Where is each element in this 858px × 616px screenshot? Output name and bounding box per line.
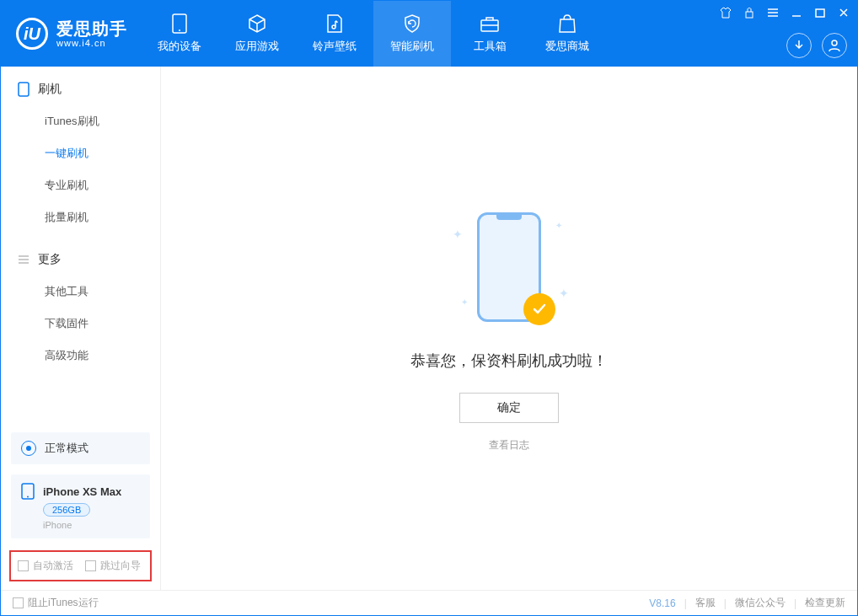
nav-tab-flash[interactable]: 智能刷机: [373, 1, 451, 67]
main-content: ✦ ✦ ✦ ✦ 恭喜您，保资料刷机成功啦！ 确定 查看日志: [161, 67, 857, 590]
flash-options-highlighted: 自动激活 跳过向导: [9, 550, 152, 581]
svg-rect-4: [746, 12, 753, 18]
shirt-icon[interactable]: [719, 6, 732, 19]
device-info-box[interactable]: iPhone XS Max 256GB iPhone: [11, 474, 150, 538]
sparkle-icon: ✦: [559, 287, 569, 300]
nav-tab-ringtones[interactable]: 铃声壁纸: [296, 1, 373, 67]
sparkle-icon: ✦: [453, 228, 463, 241]
minimize-button[interactable]: [790, 6, 803, 19]
ok-button[interactable]: 确定: [459, 393, 559, 423]
device-storage: 256GB: [43, 503, 90, 517]
sidebar-group-flash: 刷机: [1, 82, 160, 105]
view-log-link[interactable]: 查看日志: [489, 438, 529, 453]
sidebar-item-download-firmware[interactable]: 下载固件: [1, 308, 160, 340]
app-url: www.i4.cn: [56, 38, 127, 48]
device-mode-box[interactable]: 正常模式: [11, 432, 150, 464]
logo-area: iU 爱思助手 www.i4.cn: [1, 1, 141, 67]
sidebar-item-itunes-flash[interactable]: iTunes刷机: [1, 105, 160, 137]
app-name: 爱思助手: [56, 19, 127, 38]
sidebar-item-batch-flash[interactable]: 批量刷机: [1, 201, 160, 233]
sidebar-item-other-tools[interactable]: 其他工具: [1, 276, 160, 308]
nav-tab-store[interactable]: 爱思商城: [528, 1, 606, 67]
footer-link-support[interactable]: 客服: [695, 596, 716, 610]
sidebar-item-advanced[interactable]: 高级功能: [1, 340, 160, 372]
header-right-actions: [786, 33, 847, 58]
sidebar-item-pro-flash[interactable]: 专业刷机: [1, 169, 160, 201]
svg-point-6: [832, 40, 837, 46]
logo-icon: iU: [16, 18, 48, 50]
svg-rect-7: [19, 83, 29, 96]
sidebar-group-more: 更多: [1, 252, 160, 276]
nav-tab-device[interactable]: 我的设备: [141, 1, 218, 67]
bag-icon: [557, 13, 577, 34]
maximize-button[interactable]: [813, 6, 827, 19]
list-icon: [18, 254, 29, 265]
nav-tab-apps[interactable]: 应用游戏: [218, 1, 296, 67]
footer: 阻止iTunes运行 V8.16 | 客服 | 微信公众号 | 检查更新: [1, 590, 857, 615]
close-button[interactable]: [837, 6, 850, 19]
footer-link-wechat[interactable]: 微信公众号: [735, 596, 786, 610]
user-button[interactable]: [822, 33, 847, 58]
success-message: 恭喜您，保资料刷机成功啦！: [410, 351, 608, 371]
svg-rect-5: [816, 9, 824, 17]
checkbox-skip-guide[interactable]: 跳过向导: [85, 559, 141, 573]
checkbox-auto-activate[interactable]: 自动激活: [18, 559, 73, 573]
app-header: iU 爱思助手 www.i4.cn 我的设备 应用游戏 铃声壁纸 智能刷机 工具…: [1, 1, 857, 67]
svg-point-9: [27, 496, 29, 498]
success-illustration: ✦ ✦ ✦ ✦: [437, 204, 581, 330]
menu-icon[interactable]: [766, 6, 780, 19]
sparkle-icon: ✦: [555, 221, 562, 230]
checkbox-block-itunes[interactable]: 阻止iTunes运行: [13, 596, 99, 610]
svg-point-1: [179, 29, 180, 31]
footer-link-update[interactable]: 检查更新: [805, 596, 845, 610]
version-label: V8.16: [649, 597, 675, 609]
download-button[interactable]: [786, 33, 812, 58]
device-type: iPhone: [43, 520, 140, 530]
device-name: iPhone XS Max: [43, 485, 121, 498]
phone-icon: [169, 13, 190, 34]
nav-tabs: 我的设备 应用游戏 铃声壁纸 智能刷机 工具箱 爱思商城: [141, 1, 606, 67]
svg-point-2: [332, 25, 335, 29]
device-phone-icon: [21, 483, 35, 500]
sidebar-item-onekey-flash[interactable]: 一键刷机: [1, 137, 160, 169]
lock-icon[interactable]: [743, 6, 756, 19]
success-check-icon: [523, 293, 555, 325]
window-controls: [719, 6, 850, 19]
mode-icon: [21, 441, 36, 456]
phone-outline-icon: [18, 82, 29, 97]
cube-icon: [247, 13, 267, 34]
refresh-shield-icon: [402, 13, 422, 34]
sparkle-icon: ✦: [461, 297, 468, 307]
nav-tab-toolbox[interactable]: 工具箱: [451, 1, 528, 67]
music-file-icon: [324, 13, 345, 34]
sidebar: 刷机 iTunes刷机 一键刷机 专业刷机 批量刷机 更多 其他工具 下载固件 …: [1, 67, 161, 590]
toolbox-icon: [480, 13, 500, 34]
